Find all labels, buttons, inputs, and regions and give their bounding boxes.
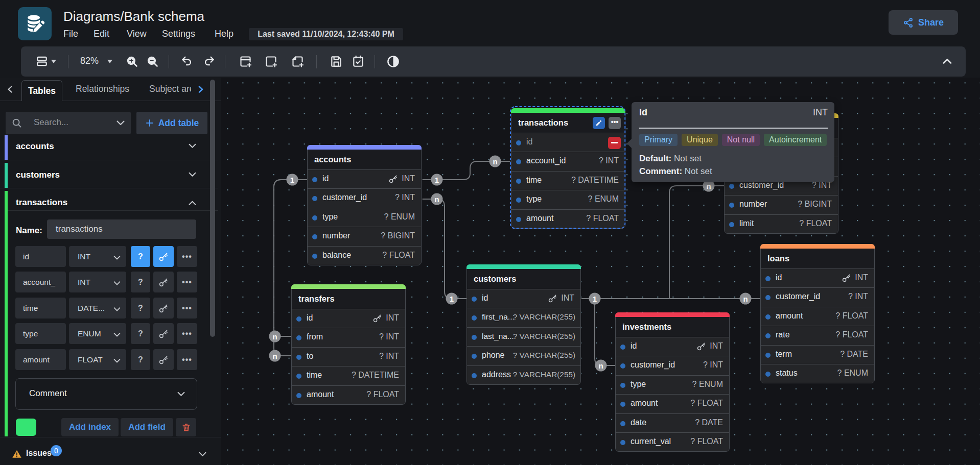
svg-text:n: n	[598, 361, 603, 370]
svg-text:n: n	[493, 157, 497, 166]
svg-text:n: n	[743, 295, 748, 303]
svg-text:1: 1	[450, 295, 454, 303]
svg-text:1: 1	[435, 176, 439, 184]
svg-text:n: n	[434, 195, 439, 204]
svg-text:1: 1	[593, 295, 597, 303]
svg-text:n: n	[272, 332, 277, 341]
svg-text:1: 1	[290, 176, 294, 184]
svg-text:n: n	[706, 182, 711, 190]
svg-text:n: n	[272, 352, 277, 360]
